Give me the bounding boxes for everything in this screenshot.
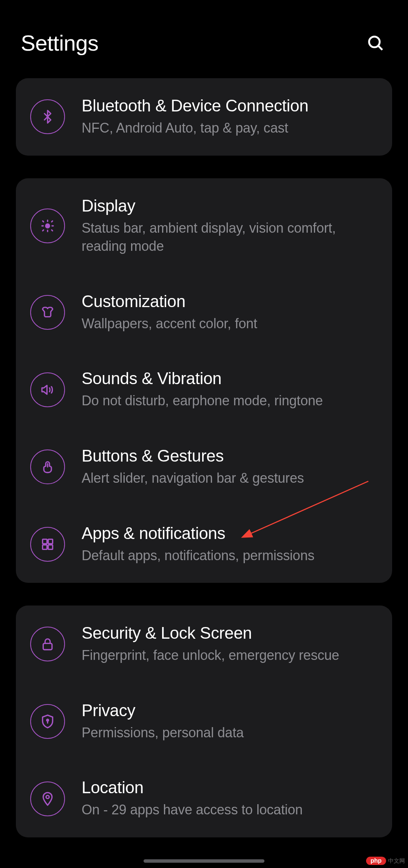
settings-item-bluetooth[interactable]: Bluetooth & Device Connection NFC, Andro…: [16, 78, 392, 156]
item-subtitle: NFC, Android Auto, tap & pay, cast: [82, 119, 378, 137]
settings-group: Display Status bar, ambient display, vis…: [16, 178, 392, 583]
search-button[interactable]: [366, 33, 385, 53]
settings-item-buttons[interactable]: Buttons & Gestures Alert slider, navigat…: [16, 428, 392, 506]
svg-rect-5: [43, 545, 47, 550]
item-subtitle: On - 29 apps have access to location: [82, 801, 378, 819]
settings-item-privacy[interactable]: Privacy Permissions, personal data: [16, 683, 392, 760]
display-icon: [30, 209, 65, 243]
watermark-text: 中文网: [388, 857, 405, 865]
search-icon: [366, 34, 385, 52]
item-subtitle: Status bar, ambient display, vision comf…: [82, 219, 378, 256]
privacy-icon: [30, 704, 65, 739]
item-title: Privacy: [82, 701, 378, 720]
item-title: Buttons & Gestures: [82, 446, 378, 465]
customization-icon: [30, 295, 65, 330]
item-subtitle: Fingerprint, face unlock, emergency resc…: [82, 646, 378, 665]
settings-item-customization[interactable]: Customization Wallpapers, accent color, …: [16, 274, 392, 351]
item-title: Customization: [82, 292, 378, 311]
item-title: Security & Lock Screen: [82, 624, 378, 643]
settings-group: Security & Lock Screen Fingerprint, face…: [16, 605, 392, 837]
settings-item-security[interactable]: Security & Lock Screen Fingerprint, face…: [16, 605, 392, 683]
watermark-badge: php: [366, 857, 386, 865]
svg-line-1: [379, 46, 382, 50]
location-icon: [30, 782, 65, 816]
svg-rect-7: [43, 644, 52, 650]
item-subtitle: Alert slider, navigation bar & gestures: [82, 469, 378, 488]
sounds-icon: [30, 372, 65, 407]
svg-point-2: [46, 224, 49, 228]
settings-item-apps[interactable]: Apps & notifications Default apps, notif…: [16, 506, 392, 583]
item-title: Apps & notifications: [82, 524, 378, 543]
item-subtitle: Permissions, personal data: [82, 724, 378, 742]
bluetooth-icon: [30, 99, 65, 134]
header: Settings: [0, 0, 408, 78]
item-subtitle: Default apps, notifications, permissions: [82, 547, 378, 565]
item-subtitle: Wallpapers, accent color, font: [82, 315, 378, 333]
lock-icon: [30, 627, 65, 661]
svg-point-9: [46, 795, 49, 798]
watermark: php 中文网: [366, 857, 405, 865]
item-title: Display: [82, 196, 378, 215]
svg-rect-4: [48, 539, 53, 544]
svg-rect-6: [48, 545, 53, 550]
item-title: Bluetooth & Device Connection: [82, 96, 378, 115]
item-title: Location: [82, 778, 378, 797]
item-title: Sounds & Vibration: [82, 369, 378, 388]
apps-icon: [30, 527, 65, 562]
item-subtitle: Do not disturb, earphone mode, ringtone: [82, 392, 378, 410]
settings-group: Bluetooth & Device Connection NFC, Andro…: [16, 78, 392, 156]
svg-rect-3: [43, 539, 47, 544]
settings-list: Bluetooth & Device Connection NFC, Andro…: [0, 78, 408, 837]
settings-item-location[interactable]: Location On - 29 apps have access to loc…: [16, 760, 392, 837]
gesture-nav-bar[interactable]: [144, 859, 264, 863]
settings-item-display[interactable]: Display Status bar, ambient display, vis…: [16, 178, 392, 274]
svg-point-0: [369, 37, 380, 47]
page-title: Settings: [21, 30, 99, 56]
buttons-icon: [30, 449, 65, 484]
settings-item-sounds[interactable]: Sounds & Vibration Do not disturb, earph…: [16, 351, 392, 428]
